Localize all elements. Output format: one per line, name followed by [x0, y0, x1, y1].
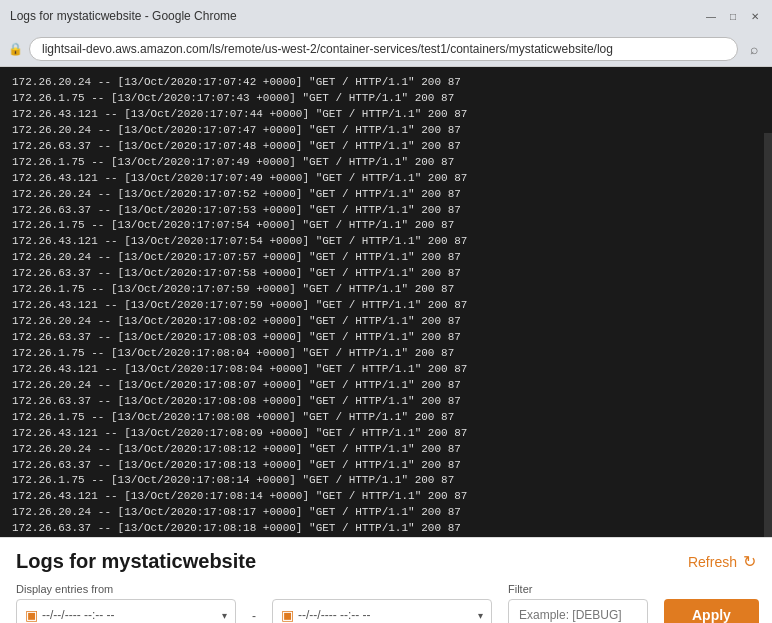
- chevron-down-icon-to: ▾: [478, 610, 483, 621]
- panel-title: Logs for mystaticwebsite: [16, 550, 256, 573]
- window-controls: — □ ✕: [704, 9, 762, 23]
- chevron-down-icon: ▾: [222, 610, 227, 621]
- close-button[interactable]: ✕: [748, 9, 762, 23]
- calendar-to-icon: ▣: [281, 607, 294, 623]
- maximize-button[interactable]: □: [726, 9, 740, 23]
- bottom-panel: Logs for mystaticwebsite Refresh ↻ Displ…: [0, 537, 772, 623]
- date-from-label: Display entries from: [16, 583, 236, 595]
- date-to-input[interactable]: ▣ --/--/---- --:-- -- ▾: [272, 599, 492, 623]
- refresh-label: Refresh: [688, 554, 737, 570]
- date-to-value: --/--/---- --:-- --: [298, 608, 474, 622]
- date-from-value: --/--/---- --:-- --: [42, 608, 218, 622]
- date-to-group: to ▣ --/--/---- --:-- -- ▾: [272, 583, 492, 623]
- apply-button[interactable]: Apply: [664, 599, 759, 623]
- refresh-button[interactable]: Refresh ↻: [688, 552, 756, 571]
- filter-input[interactable]: [508, 599, 648, 623]
- minimize-button[interactable]: —: [704, 9, 718, 23]
- apply-btn-wrapper: Apply: [664, 599, 759, 623]
- filter-label: Filter: [508, 583, 648, 595]
- calendar-from-icon: ▣: [25, 607, 38, 623]
- browser-title: Logs for mystaticwebsite - Google Chrome: [10, 9, 237, 23]
- date-from-group: Display entries from ▣ --/--/---- --:-- …: [16, 583, 236, 623]
- filter-group: Filter: [508, 583, 648, 623]
- url-input[interactable]: [29, 37, 738, 61]
- terminal-wrapper: 172.26.20.24 -- [13/Oct/2020:17:07:42 +0…: [0, 67, 772, 537]
- browser-chrome: Logs for mystaticwebsite - Google Chrome…: [0, 0, 772, 67]
- title-bar: Logs for mystaticwebsite - Google Chrome…: [0, 0, 772, 32]
- log-terminal[interactable]: 172.26.20.24 -- [13/Oct/2020:17:07:42 +0…: [0, 67, 772, 537]
- scrollbar-track[interactable]: [764, 133, 772, 537]
- lock-icon: 🔒: [8, 42, 23, 56]
- address-bar: 🔒 ⌕: [0, 32, 772, 66]
- date-from-input[interactable]: ▣ --/--/---- --:-- -- ▾: [16, 599, 236, 623]
- date-range-dash: -: [252, 609, 256, 623]
- search-icon[interactable]: ⌕: [744, 39, 764, 59]
- refresh-icon: ↻: [743, 552, 756, 571]
- controls-row: Display entries from ▣ --/--/---- --:-- …: [16, 583, 756, 623]
- panel-header: Logs for mystaticwebsite Refresh ↻: [16, 550, 756, 573]
